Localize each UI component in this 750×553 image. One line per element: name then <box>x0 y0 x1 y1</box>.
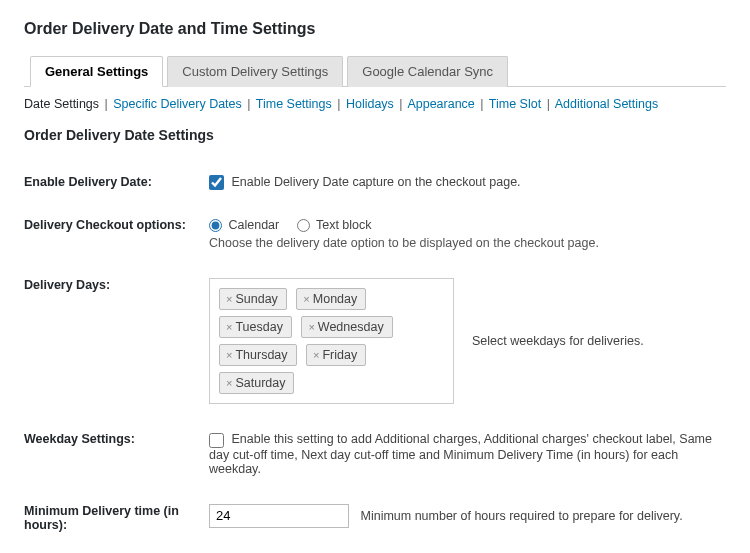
label-enable-delivery-date: Enable Delivery Date: <box>24 161 209 204</box>
day-tag-label: Saturday <box>235 376 285 390</box>
min-delivery-time-input[interactable] <box>209 504 349 528</box>
subnav-appearance[interactable]: Appearance <box>407 97 474 111</box>
checkout-option-textblock-radio[interactable] <box>297 219 310 232</box>
main-tabs: General Settings Custom Delivery Setting… <box>24 56 726 87</box>
day-tag-label: Monday <box>313 292 357 306</box>
sub-nav: Date Settings | Specific Delivery Dates … <box>24 97 726 111</box>
weekday-settings-checkbox[interactable] <box>209 433 224 448</box>
remove-icon[interactable]: × <box>226 377 232 389</box>
checkout-option-textblock[interactable]: Text block <box>297 218 372 232</box>
day-tag-tuesday[interactable]: ×Tuesday <box>219 316 292 338</box>
settings-form: Enable Delivery Date: Enable Delivery Da… <box>24 161 726 553</box>
label-weekday-settings: Weekday Settings: <box>24 418 209 489</box>
label-min-delivery-time: Minimum Delivery time (in hours): <box>24 490 209 546</box>
label-delivery-days: Delivery Days: <box>24 264 209 418</box>
enable-delivery-date-text: Enable Delivery Date capture on the chec… <box>231 175 520 189</box>
delivery-days-help: Select weekdays for deliveries. <box>472 334 644 348</box>
checkout-option-calendar[interactable]: Calendar <box>209 218 283 232</box>
label-num-dates: Number of dates to choose: <box>24 546 209 553</box>
day-tag-friday[interactable]: ×Friday <box>306 344 366 366</box>
subnav-holidays[interactable]: Holidays <box>346 97 394 111</box>
day-tag-label: Thursday <box>235 348 287 362</box>
subnav-specific-delivery-dates[interactable]: Specific Delivery Dates <box>113 97 242 111</box>
weekday-settings-option[interactable]: Enable this setting to add Additional ch… <box>209 432 712 475</box>
weekday-settings-text: Enable this setting to add Additional ch… <box>209 432 712 475</box>
checkout-option-calendar-label: Calendar <box>228 218 279 232</box>
remove-icon[interactable]: × <box>226 293 232 305</box>
day-tag-monday[interactable]: ×Monday <box>296 288 366 310</box>
remove-icon[interactable]: × <box>313 349 319 361</box>
day-tag-saturday[interactable]: ×Saturday <box>219 372 294 394</box>
subnav-additional-settings[interactable]: Additional Settings <box>555 97 659 111</box>
checkout-option-help: Choose the delivery date option to be di… <box>209 236 726 250</box>
day-tag-wednesday[interactable]: ×Wednesday <box>301 316 392 338</box>
day-tag-sunday[interactable]: ×Sunday <box>219 288 287 310</box>
tab-general-settings[interactable]: General Settings <box>30 56 163 87</box>
label-delivery-checkout-options: Delivery Checkout options: <box>24 204 209 264</box>
day-tag-label: Friday <box>322 348 357 362</box>
remove-icon[interactable]: × <box>308 321 314 333</box>
page-title: Order Delivery Date and Time Settings <box>24 20 726 38</box>
day-tag-label: Tuesday <box>235 320 282 334</box>
enable-delivery-date-option[interactable]: Enable Delivery Date capture on the chec… <box>209 175 521 189</box>
enable-delivery-date-checkbox[interactable] <box>209 175 224 190</box>
subnav-date-settings[interactable]: Date Settings <box>24 97 99 111</box>
remove-icon[interactable]: × <box>303 293 309 305</box>
subnav-time-slot[interactable]: Time Slot <box>489 97 541 111</box>
tab-google-calendar-sync[interactable]: Google Calendar Sync <box>347 56 508 87</box>
subnav-time-settings[interactable]: Time Settings <box>256 97 332 111</box>
min-delivery-time-help: Minimum number of hours required to prep… <box>360 509 682 523</box>
remove-icon[interactable]: × <box>226 349 232 361</box>
day-tag-label: Sunday <box>235 292 277 306</box>
delivery-days-select[interactable]: ×Sunday ×Monday ×Tuesday ×Wednesday ×Thu… <box>209 278 454 404</box>
section-title: Order Delivery Date Settings <box>24 127 726 143</box>
checkout-option-calendar-radio[interactable] <box>209 219 222 232</box>
tab-custom-delivery-settings[interactable]: Custom Delivery Settings <box>167 56 343 87</box>
day-tag-thursday[interactable]: ×Thursday <box>219 344 297 366</box>
day-tag-label: Wednesday <box>318 320 384 334</box>
remove-icon[interactable]: × <box>226 321 232 333</box>
checkout-option-textblock-label: Text block <box>316 218 372 232</box>
